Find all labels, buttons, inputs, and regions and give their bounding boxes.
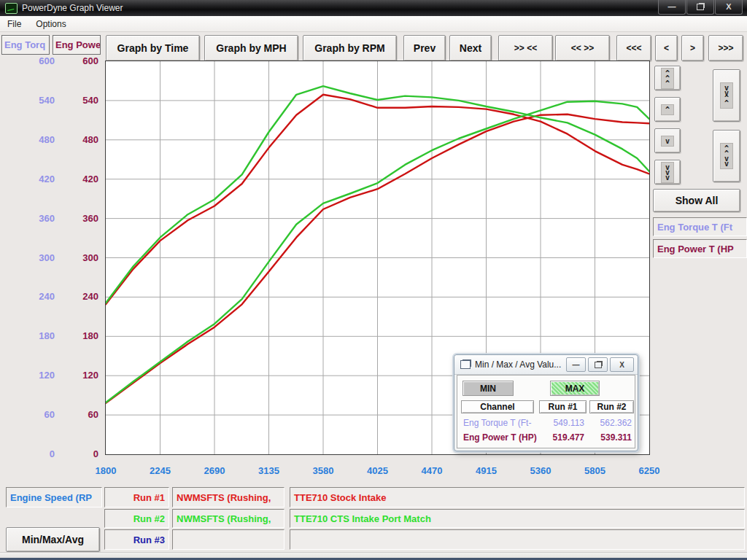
expand-y-button[interactable]: ^ ^ v v: [713, 130, 740, 182]
rpm-axis-labels: 1800224526903135358040254470491553605805…: [106, 465, 649, 478]
x-tick-label: 2245: [150, 465, 171, 476]
menu-bar: File Options: [0, 16, 747, 32]
triple-up-chevron-icon: ^ ^ ^: [661, 68, 674, 89]
run3-label: Run #3: [104, 529, 169, 550]
zoom-in-x-button[interactable]: >> <<: [498, 35, 553, 61]
y-tick-label: 180: [82, 331, 98, 341]
app-icon: [5, 3, 18, 14]
y-tick-label: 480: [39, 135, 55, 145]
y-tick-label: 360: [39, 214, 55, 224]
minmax-minimize-button[interactable]: —: [566, 357, 586, 372]
x-tick-label: 6250: [639, 465, 660, 476]
graph-by-rpm-button[interactable]: Graph by RPM: [303, 35, 397, 61]
torque-run1-max: 549.113: [539, 418, 584, 428]
y-tick-label: 420: [39, 174, 55, 184]
status-bar: [0, 552, 747, 560]
y-tick-label: 60: [88, 410, 98, 420]
y-tick-label: 600: [82, 56, 98, 66]
menu-options[interactable]: Options: [28, 19, 73, 29]
run3-file-label: [172, 529, 285, 550]
compress-vertical-icon: v v ^ ^: [720, 82, 733, 109]
x-axis-channel-label: Engine Speed (RP: [6, 487, 102, 508]
minmax-close-button[interactable]: X: [610, 357, 634, 372]
pan-left-button[interactable]: <: [655, 35, 678, 61]
power-run2-max: 539.311: [589, 432, 632, 443]
minimize-button[interactable]: —: [658, 0, 686, 15]
title-bar: PowerDyne Graph Viewer — X: [0, 0, 747, 16]
run1-description: TTE710 Stock Intake: [290, 487, 745, 508]
minmax-restore-icon: [595, 362, 602, 368]
scroll-bottom-button[interactable]: v v v: [654, 160, 681, 184]
zoom-out-x-button[interactable]: << >>: [555, 35, 610, 61]
min-button[interactable]: MIN: [462, 381, 514, 396]
run2-file-label: NWMSFTS (Rushing,: [172, 509, 285, 528]
minmax-title-bar[interactable]: Min / Max / Avg Valu... — X: [454, 355, 638, 375]
y-tick-label: 120: [82, 370, 98, 381]
graph-by-time-button[interactable]: Graph by Time: [106, 35, 200, 61]
minmax-restore-button[interactable]: [588, 357, 608, 372]
minmaxavg-button[interactable]: Min/Max/Avg: [6, 527, 100, 552]
power-axis-labels: 060120180240300360420480540600: [58, 61, 98, 454]
y-tick-label: 540: [82, 96, 98, 106]
scroll-up-button[interactable]: ^: [654, 97, 681, 122]
y-tick-label: 240: [39, 292, 55, 302]
x-tick-label: 3580: [313, 465, 334, 476]
y-tick-label: 600: [39, 56, 55, 66]
x-tick-label: 5805: [584, 465, 605, 476]
power-run1-max: 519.477: [539, 432, 584, 443]
y-tick-label: 300: [39, 253, 55, 263]
torque-run2-max: 562.362: [589, 418, 632, 428]
max-button[interactable]: MAX: [550, 381, 600, 396]
run2-label: Run #2: [104, 509, 169, 528]
y-tick-label: 480: [82, 135, 98, 145]
restore-icon: [697, 4, 704, 10]
prev-button[interactable]: Prev: [403, 35, 446, 61]
x-tick-label: 4915: [476, 465, 497, 476]
pan-left-fast-button[interactable]: <<<: [616, 35, 651, 61]
x-tick-label: 1800: [96, 465, 117, 476]
power-axis-button[interactable]: Eng Powe: [53, 35, 101, 55]
scroll-down-button[interactable]: v: [654, 128, 681, 153]
channel-column-header: Channel: [461, 400, 534, 413]
y-tick-label: 120: [39, 370, 55, 381]
minmax-content: MIN MAX Channel Run #1 Run #2 Eng Torque…: [457, 375, 635, 448]
close-button[interactable]: X: [715, 0, 743, 15]
next-button[interactable]: Next: [449, 35, 492, 61]
graph-by-mph-button[interactable]: Graph by MPH: [204, 35, 298, 61]
y-tick-label: 0: [50, 449, 55, 459]
x-tick-label: 2690: [204, 465, 225, 476]
x-tick-label: 3135: [258, 465, 279, 476]
pan-right-fast-button[interactable]: >>>: [708, 35, 743, 61]
run1-column-header: Run #1: [539, 400, 587, 413]
compress-y-button[interactable]: v v ^ ^: [713, 69, 740, 122]
pan-right-button[interactable]: >: [681, 35, 704, 61]
menu-file[interactable]: File: [0, 19, 28, 29]
power-channel-label: Eng Power T (HP: [653, 239, 747, 258]
run3-description: [290, 529, 745, 550]
power-row-label: Eng Power T (HP): [463, 432, 537, 443]
y-tick-label: 180: [39, 331, 55, 341]
up-chevron-icon: ^: [661, 104, 674, 115]
show-all-button[interactable]: Show All: [653, 189, 740, 212]
torque-channel-label: Eng Torque T (Ft: [653, 217, 747, 236]
y-tick-label: 0: [93, 449, 98, 459]
x-tick-label: 4025: [367, 465, 388, 476]
y-tick-label: 360: [82, 214, 98, 224]
run2-column-header: Run #2: [589, 400, 634, 413]
y-tick-label: 240: [82, 292, 98, 302]
triple-down-chevron-icon: v v v: [661, 162, 674, 183]
minmax-window-icon: [460, 360, 471, 369]
torque-row-label: Eng Torque T (Ft-: [463, 418, 531, 428]
scroll-top-button[interactable]: ^ ^ ^: [654, 66, 681, 90]
y-tick-label: 300: [82, 253, 98, 263]
powerdyne-window: { "window": { "title": "PowerDyne Graph …: [0, 0, 747, 560]
y-tick-label: 540: [39, 96, 55, 106]
window-title: PowerDyne Graph Viewer: [22, 3, 123, 13]
run1-file-label: NWMSFTS (Rushing,: [172, 487, 285, 508]
restore-button[interactable]: [686, 0, 714, 15]
y-tick-label: 60: [44, 410, 55, 420]
x-tick-label: 4470: [422, 465, 443, 476]
run1-label: Run #1: [104, 487, 169, 508]
torque-axis-button[interactable]: Eng Torq: [1, 35, 50, 55]
torque-axis-labels: 060120180240300360420480540600: [15, 61, 55, 454]
